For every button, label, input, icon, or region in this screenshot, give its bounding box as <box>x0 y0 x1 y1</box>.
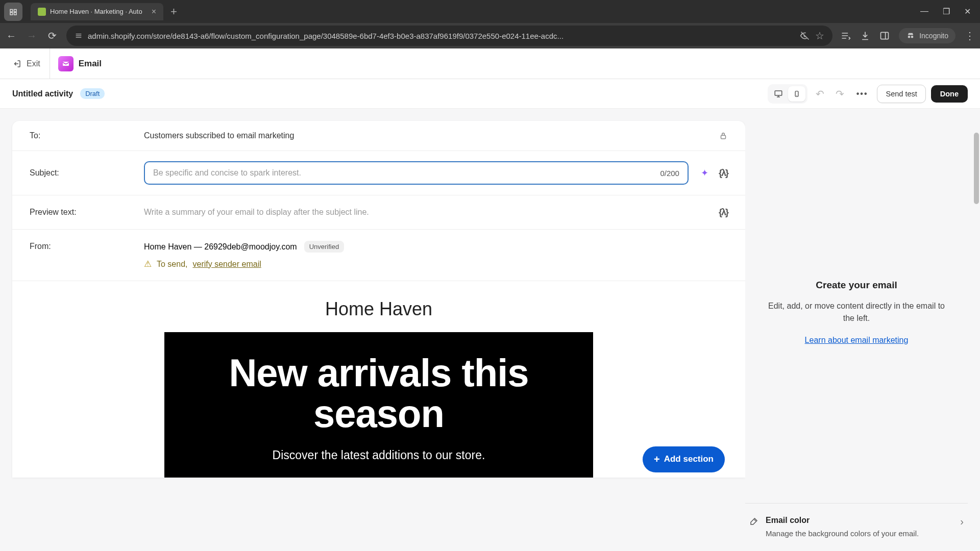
svg-rect-12 <box>775 91 782 95</box>
svg-rect-3 <box>14 12 17 15</box>
subject-field-row: Subject: 0/200 ✦ {λ} <box>12 151 745 195</box>
scrollbar-thumb[interactable] <box>974 133 979 204</box>
site-settings-icon[interactable] <box>75 32 83 40</box>
mobile-preview-button[interactable] <box>788 86 805 102</box>
send-test-label: Send test <box>886 90 917 98</box>
insert-variable-icon[interactable]: {λ} <box>719 207 728 218</box>
email-app-icon <box>58 56 74 71</box>
exit-label: Exit <box>27 59 40 68</box>
subject-label: Subject: <box>30 168 132 178</box>
verify-sender-link[interactable]: verify sender email <box>192 260 261 269</box>
incognito-badge[interactable]: Incognito <box>899 28 955 43</box>
minimize-icon[interactable]: — <box>920 7 928 16</box>
browser-tab-strip: Home Haven · Marketing · Auto × + — ❐ ✕ <box>0 0 980 23</box>
sidebar-desc: Edit, add, or move content directly in t… <box>766 300 947 324</box>
back-button[interactable]: ← <box>5 30 17 42</box>
warning-icon: ⚠ <box>144 259 152 269</box>
svg-rect-0 <box>10 9 13 12</box>
url-text: admin.shopify.com/store/de8143-a6/flow/c… <box>88 32 795 40</box>
preview-input[interactable]: Write a summary of your email to display… <box>144 206 706 219</box>
ai-sparkle-icon[interactable]: ✦ <box>701 167 708 179</box>
undo-button[interactable]: ↶ <box>813 88 827 100</box>
subject-input[interactable] <box>153 168 660 178</box>
svg-point-9 <box>908 36 911 38</box>
tab-close-icon[interactable]: × <box>152 7 156 16</box>
verify-prefix: To send, <box>157 260 187 269</box>
app-topbar: Exit Email <box>0 48 980 79</box>
browser-tab[interactable]: Home Haven · Marketing · Auto × <box>31 3 163 20</box>
svg-rect-4 <box>76 34 82 34</box>
new-tab-button[interactable]: + <box>165 5 182 18</box>
desktop-icon <box>774 89 783 98</box>
bookmark-star-icon[interactable]: ☆ <box>815 30 824 42</box>
incognito-label: Incognito <box>919 32 948 40</box>
activity-bar: Untitled activity Draft ↶ ↷ ••• Send tes… <box>0 79 980 109</box>
preview-field-row: Preview text: Write a summary of your em… <box>12 195 745 230</box>
svg-rect-5 <box>76 35 82 36</box>
svg-rect-7 <box>881 32 889 39</box>
app-title: Email <box>79 59 102 69</box>
send-test-button[interactable]: Send test <box>877 85 925 103</box>
exit-icon <box>12 59 21 68</box>
from-value: Home Haven — 26929deb@moodjoy.com <box>144 242 297 252</box>
from-field-row: From: Home Haven — 26929deb@moodjoy.com … <box>12 230 745 281</box>
learn-marketing-link[interactable]: Learn about email marketing <box>805 336 909 345</box>
to-field-row: To: Customers subscribed to email market… <box>12 121 745 151</box>
svg-rect-1 <box>14 9 17 12</box>
maximize-icon[interactable]: ❐ <box>943 7 950 16</box>
chevron-right-icon: › <box>960 516 964 528</box>
download-icon[interactable] <box>860 31 870 41</box>
activity-title: Untitled activity <box>12 89 73 98</box>
reload-button[interactable]: ⟳ <box>46 30 58 42</box>
to-label: To: <box>30 131 132 140</box>
plus-icon: + <box>654 454 660 465</box>
tab-title: Home Haven · Marketing · Auto <box>50 8 142 15</box>
svg-rect-2 <box>10 12 13 15</box>
browser-dock-icon[interactable] <box>4 3 22 21</box>
sidebar-title: Create your email <box>816 280 897 291</box>
url-bar[interactable]: admin.shopify.com/store/de8143-a6/flow/c… <box>66 26 832 46</box>
hero-headline[interactable]: New arrivals this season <box>185 353 573 434</box>
exit-button[interactable]: Exit <box>12 48 50 79</box>
paint-icon <box>749 517 758 526</box>
forward-button: → <box>26 30 38 42</box>
done-label: Done <box>940 90 959 98</box>
email-color-row[interactable]: Email color Manage the background colors… <box>745 503 968 551</box>
hero-subtext[interactable]: Discover the latest additions to our sto… <box>185 448 573 462</box>
desktop-preview-button[interactable] <box>770 86 787 102</box>
eye-off-icon[interactable] <box>800 31 810 41</box>
email-editor-card: To: Customers subscribed to email market… <box>12 121 745 478</box>
browser-menu-icon[interactable]: ⋮ <box>965 30 975 42</box>
add-section-label: Add section <box>664 454 714 464</box>
browser-toolbar: ← → ⟳ admin.shopify.com/store/de8143-a6/… <box>0 23 980 48</box>
insert-variable-icon[interactable]: {λ} <box>719 168 728 179</box>
playlist-icon[interactable] <box>841 31 851 41</box>
email-brand-heading[interactable]: Home Haven <box>12 291 745 332</box>
lock-icon <box>719 131 728 140</box>
subject-input-wrap[interactable]: 0/200 <box>144 161 689 185</box>
email-canvas[interactable]: Home Haven New arrivals this season Disc… <box>12 281 745 478</box>
unverified-badge: Unverified <box>304 241 345 253</box>
right-sidebar: Create your email Edit, add, or move con… <box>745 109 980 551</box>
subject-char-count: 0/200 <box>660 169 679 178</box>
email-color-title: Email color <box>766 516 953 525</box>
redo-button[interactable]: ↷ <box>832 88 847 100</box>
device-preview-toggle <box>768 84 807 104</box>
to-value: Customers subscribed to email marketing <box>144 131 706 140</box>
done-button[interactable]: Done <box>931 85 968 103</box>
svg-rect-6 <box>76 37 82 38</box>
hero-section[interactable]: New arrivals this season Discover the la… <box>164 332 593 478</box>
from-label: From: <box>30 241 132 251</box>
more-menu-button[interactable]: ••• <box>852 89 872 98</box>
mobile-icon <box>793 89 800 98</box>
email-color-desc: Manage the background colors of your ema… <box>766 528 953 539</box>
side-panel-icon[interactable] <box>879 31 890 41</box>
preview-label: Preview text: <box>30 208 132 217</box>
status-badge: Draft <box>80 88 105 99</box>
svg-point-10 <box>911 36 914 38</box>
close-window-icon[interactable]: ✕ <box>964 7 971 16</box>
favicon-icon <box>38 8 46 16</box>
svg-rect-15 <box>721 135 726 139</box>
incognito-icon <box>906 31 915 40</box>
add-section-button[interactable]: + Add section <box>643 446 725 472</box>
